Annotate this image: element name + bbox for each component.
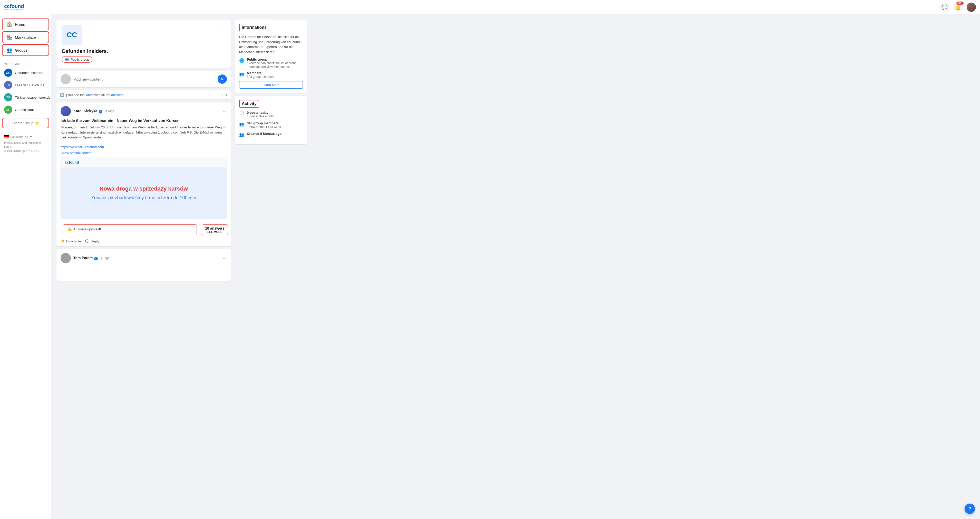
eula-link[interactable]: EULA (4, 145, 47, 149)
downvote-button[interactable]: 👎 Downvote (60, 240, 81, 243)
logo[interactable]: ccfound brain search engine (4, 3, 24, 11)
composer-input[interactable] (74, 77, 215, 81)
preview-subline: Zobacz jak zbudowaliśmy firmę od zera do… (91, 195, 196, 201)
send-icon: ➤ (221, 77, 224, 81)
sidebar-item-label-home: Home (15, 22, 25, 27)
document-icon: 📄 (239, 111, 244, 116)
activity-new-member: 1 new member last week (247, 125, 281, 129)
notifications-button[interactable]: 🔔 999+ (953, 3, 963, 12)
sidebar-group-gefunden[interactable]: CC Gefunden Insiders. (0, 67, 51, 79)
group-header-card: ··· CC Gefunden Insiders. 👥 Public group (56, 19, 231, 68)
post-more-options[interactable]: ··· (223, 109, 227, 114)
show-original-btn[interactable]: Show original content (56, 151, 231, 157)
upvote-count: 👍 16 users upvote it! (67, 227, 101, 232)
group-name: Gefunden Insiders. (62, 48, 226, 54)
reply-icon: 💬 (85, 240, 89, 243)
reply-label: Reply (91, 240, 99, 243)
sidebar-group-hanf[interactable]: GH Grünes Hanf (0, 104, 51, 116)
latest-link[interactable]: latest (86, 93, 94, 97)
second-post-info: Tom Patom ✓ · 4 Tage (73, 256, 220, 260)
help-button[interactable]: ? (965, 504, 975, 514)
post-author-avatar (60, 106, 71, 117)
bell-icon: 🔔 (955, 4, 961, 10)
sidebar-item-groups[interactable]: 👥 Groups (2, 44, 49, 56)
message-icon: 💬 (942, 4, 947, 10)
privacy-link[interactable]: Privacy policy and regulations (4, 141, 47, 144)
learn-more-button[interactable]: Learn More (239, 81, 303, 89)
post-author-info: Karol Kieltyka ✓ · 3 Tage (73, 109, 220, 113)
post-title: Ich lade Sie zum Webinar ein - Neuer Weg… (60, 118, 227, 123)
help-icon: ? (969, 506, 971, 511)
see-more-button[interactable]: SEE MORE (207, 230, 222, 233)
thumbs-down-icon: 👎 (60, 240, 65, 243)
public-group-info-title: Public group (247, 57, 303, 61)
second-post-body (56, 265, 231, 281)
public-group-info-row: 🌐 Public group Everyone can check the li… (239, 57, 303, 69)
grid-view-icon[interactable]: ≡ (225, 93, 228, 97)
bauch-name: Lass den Bauch los. (15, 83, 45, 87)
preview-logo: ccfound (65, 160, 79, 164)
top-bar-left: ccfound brain search engine (4, 3, 24, 11)
sidebar-group-bauch[interactable]: LB Lass den Bauch los. (0, 79, 51, 91)
star-icon: ⭐ (35, 121, 39, 125)
your-groups-label: YOUR GROUPS (0, 60, 51, 67)
tuerkisch-avatar: TÜ (4, 93, 12, 101)
language-label: Language (11, 135, 23, 139)
right-sidebar: Informations Die Gruppe für Personen, di… (235, 19, 307, 514)
activity-created-row: 👥 Created 8 Monate ago (239, 132, 303, 137)
sidebar-group-tuerkisch[interactable]: TÜ Türkischesabenteuer.de (0, 91, 51, 104)
gefunden-avatar: CC (4, 69, 12, 77)
second-post-time-label: 4 Tage (100, 256, 110, 260)
main-layout: 🏠 Home 🏪 Marketplace 👥 Groups YOUR GROUP… (0, 14, 980, 519)
home-icon: 🏠 (7, 22, 12, 27)
members-info: Members 343 group members (247, 71, 274, 78)
second-post-time: · (99, 256, 100, 260)
hanf-name: Grünes Hanf (15, 108, 34, 112)
preview-headline: Nowa droga w sprzedaży kursów (100, 185, 188, 192)
sidebar-item-home[interactable]: 🏠 Home (2, 19, 49, 30)
members-info-title: Members (247, 71, 274, 75)
hanf-avatar: GH (4, 105, 12, 114)
language-selector[interactable]: 🇩🇪 Language de ▼ (4, 134, 47, 139)
group-more-options[interactable]: ··· (221, 25, 226, 30)
activity-members-count: 343 group members (247, 121, 281, 125)
posts-today-label: 0 posts today (247, 111, 274, 115)
public-group-info-sub: Everyone can check the list of group mem… (247, 61, 303, 69)
sidebar-item-label-groups: Groups (15, 48, 27, 53)
activity-posts-info: 0 posts today 1 post in this month (247, 111, 274, 118)
list-view-icon[interactable]: ⊞ (220, 93, 223, 97)
tuerkisch-name: Türkischesabenteuer.de (15, 96, 51, 99)
post-reactions: 👍 16 users upvote it! 10 answers SEE MOR… (56, 222, 231, 246)
send-button[interactable]: ➤ (218, 75, 227, 84)
activity-posts-row: 📄 0 posts today 1 post in this month (239, 111, 303, 118)
informations-description: Die Gruppe für Personen, die sich für di… (239, 34, 303, 54)
post-composer: ➤ (56, 71, 231, 87)
reply-button[interactable]: 💬 Reply (85, 240, 99, 243)
public-group-info: Public group Everyone can check the list… (247, 57, 303, 69)
sidebar-item-marketplace[interactable]: 🏪 Marketplace (2, 31, 49, 43)
copyright: © CCFOUND sp. z o.o. sp.k. (4, 150, 47, 153)
chevron-down-icon: ▼ (30, 135, 32, 139)
bauch-avatar: LB (4, 81, 12, 89)
second-post-card: Tom Patom ✓ · 4 Tage ··· (56, 249, 231, 281)
answers-count: 10 answers (205, 226, 225, 230)
created-icon: 👥 (239, 132, 244, 137)
content-area: ··· CC Gefunden Insiders. 👥 Public group… (51, 14, 980, 519)
flag-icon: 🇩🇪 (4, 134, 9, 139)
sidebar-footer: 🇩🇪 Language de ▼ Privacy policy and regu… (0, 130, 51, 156)
posts-month-label: 1 post in this month (247, 115, 274, 118)
post-link[interactable]: https://webinar1.ccfound.com... (56, 143, 231, 151)
second-post-more[interactable]: ··· (223, 255, 227, 261)
feed-column: ··· CC Gefunden Insiders. 👥 Public group… (56, 19, 231, 514)
second-post-header: Tom Patom ✓ · 4 Tage ··· (56, 249, 231, 265)
action-buttons: 👎 Downvote 💬 Reply (56, 237, 231, 246)
second-post-avatar (60, 253, 71, 263)
answers-link[interactable]: answers (111, 93, 123, 97)
create-group-button[interactable]: Create Group ⭐ (2, 118, 49, 128)
activity-card: Activity 📄 0 posts today 1 post in this … (235, 96, 307, 144)
messages-button[interactable]: 💬 (940, 3, 949, 12)
latest-notice: 🔄 [You see the latest with all the answe… (56, 90, 231, 99)
group-badge-label: Public group (70, 57, 89, 61)
sidebar-item-label-marketplace: Marketplace (15, 35, 36, 40)
user-avatar[interactable] (967, 3, 976, 12)
